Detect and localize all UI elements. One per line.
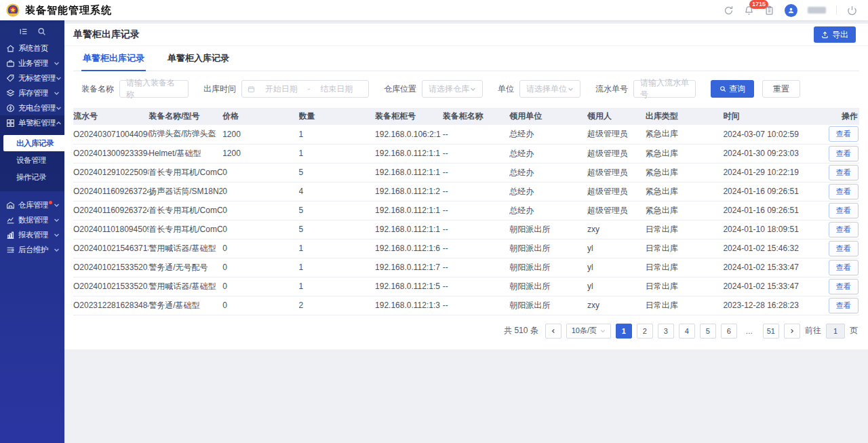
pagination-page-6[interactable]: 6 [721, 324, 737, 339]
sidebar-item-label: 业务管理 [18, 58, 48, 69]
table-cell: 2024-01-02 15:46:32 [723, 239, 828, 258]
view-button[interactable]: 查看 [829, 298, 859, 313]
table-cell: 192.168.0.112:1:1 [375, 163, 443, 182]
table-cell: 紧急出库 [646, 125, 724, 144]
view-button[interactable]: 查看 [829, 184, 859, 199]
bar-chart-icon [6, 231, 15, 239]
collapse-menu-icon[interactable] [19, 27, 28, 36]
serial-number-input[interactable]: 请输入流水单号 [633, 80, 696, 98]
pagination-page-1[interactable]: 1 [616, 324, 632, 339]
table-cell: 警务通/基础型 [149, 296, 222, 315]
pagination-page-3[interactable]: 3 [658, 324, 674, 339]
tab-inbound-records[interactable]: 单警柜入库记录 [166, 52, 231, 71]
export-icon [821, 31, 829, 39]
start-date-placeholder[interactable]: 开始日期 [265, 83, 298, 95]
table-cell: 0 [222, 258, 298, 277]
page-size-select[interactable]: 10条/页 [566, 324, 611, 339]
sidebar-item-no-tag[interactable]: 无标签管理 [0, 71, 64, 85]
sidebar-menu: 系统首页 业务管理 无标签管理 库存管理 [0, 41, 64, 257]
export-button[interactable]: 导出 [814, 26, 856, 43]
sidebar-item-charging[interactable]: 充电台管理 [0, 100, 64, 115]
submenu-item-in-out-records[interactable]: 出入库记录 [3, 135, 64, 151]
table-cell-operation: 查看 [829, 296, 859, 315]
pagination-page-4[interactable]: 4 [679, 324, 695, 339]
filter-bar: 装备名称 请输入装备名称 出库时间 开始日期 - 结束日期 仓库位置 [73, 71, 859, 108]
table-cell: 2024-01-30 09:23:03 [723, 144, 828, 163]
table-cell: 0 [222, 163, 298, 182]
table-cell: 192.168.0.112:1:5 [375, 277, 443, 296]
table-cell: 总经办 [509, 125, 587, 144]
table-cell: O20231228162834845 [73, 296, 149, 315]
search-icon[interactable] [37, 27, 46, 36]
unit-select[interactable]: 请选择单位 [519, 80, 580, 98]
table-cell: 5 [299, 163, 375, 182]
top-header: 装备智能管理系统 1715 [0, 0, 868, 20]
table-cell: 首长专用耳机/ComCom [149, 220, 222, 239]
table-cell-operation: 查看 [829, 239, 859, 258]
table-cell: 2024-01-29 10:22:19 [723, 163, 828, 182]
date-range-picker[interactable]: 开始日期 - 结束日期 [241, 80, 369, 98]
table-cell: 1 [299, 144, 375, 163]
table-body: O20240307100440965防弹头盔/防弹头盔12001192.168.… [73, 125, 859, 315]
sidebar-item-home[interactable]: 系统首页 [0, 41, 64, 56]
view-button[interactable]: 查看 [829, 203, 859, 218]
refresh-icon[interactable] [724, 5, 734, 16]
pagination-page-5[interactable]: 5 [700, 324, 716, 339]
view-button[interactable]: 查看 [829, 241, 859, 256]
submenu-item-operation-records[interactable]: 操作记录 [0, 169, 64, 185]
table-cell: 192.168.0.112:1:7 [375, 258, 443, 277]
table-cell: 192.168.0.112:1:1 [375, 201, 443, 220]
table-cell: -- [443, 258, 510, 277]
view-button[interactable]: 查看 [829, 279, 859, 294]
sidebar-item-police-cabinet[interactable]: 单警柜管理 [0, 115, 64, 130]
notification-bell-icon[interactable]: 1715 [744, 5, 754, 16]
column-header-quantity: 数量 [299, 108, 375, 125]
view-button[interactable]: 查看 [829, 222, 859, 237]
sidebar-item-reports[interactable]: 报表管理 [0, 227, 64, 242]
sidebar-item-maintenance[interactable]: 后台维护 [0, 242, 64, 257]
table-cell: 扬声器话筒/SM18N2 [149, 182, 222, 201]
submenu-item-device-management[interactable]: 设备管理 [0, 152, 64, 168]
table-row: O20240130092333949Helmet/基础型12001192.168… [73, 144, 859, 163]
sidebar-item-label: 仓库管理 [18, 200, 48, 210]
view-button[interactable]: 查看 [829, 260, 859, 275]
equipment-name-input[interactable]: 请输入装备名称 [119, 80, 189, 98]
sidebar-item-label: 报表管理 [18, 230, 48, 240]
pagination-page-2[interactable]: 2 [637, 324, 653, 339]
pagination-prev-button[interactable] [545, 324, 561, 339]
table-cell: 0 [222, 277, 298, 296]
table-cell-operation: 查看 [829, 163, 859, 182]
warehouse-placeholder: 请选择仓库 [429, 83, 469, 95]
sidebar-item-inventory[interactable]: 库存管理 [0, 85, 64, 100]
sidebar-item-label: 充电台管理 [18, 103, 56, 113]
table-cell: 192.168.0.112:1:1 [375, 144, 443, 163]
tab-outbound-records[interactable]: 单警柜出库记录 [81, 52, 146, 71]
table-cell: -- [443, 125, 510, 144]
sidebar-item-business[interactable]: 业务管理 [0, 56, 64, 71]
table-cell-operation: 查看 [829, 144, 859, 163]
pagination-page-51[interactable]: 51 [763, 324, 779, 339]
warehouse-select[interactable]: 请选择仓库 [422, 80, 483, 98]
page-title-bar: 单警柜出库记录 导出 [64, 24, 868, 45]
query-button[interactable]: 查询 [711, 80, 754, 98]
table-cell: 1 [299, 125, 375, 144]
end-date-placeholder[interactable]: 结束日期 [320, 83, 353, 95]
user-avatar[interactable] [785, 4, 797, 17]
table-cell: 2023-12-28 16:28:23 [723, 296, 828, 315]
jump-page-input[interactable] [826, 324, 845, 339]
cabinet-grid-icon [6, 119, 15, 128]
table-cell: 192.168.0.106:2:1 [375, 125, 443, 144]
view-button[interactable]: 查看 [829, 146, 859, 161]
username-redacted[interactable] [808, 7, 826, 14]
pagination-pages: 123456…51 [616, 324, 779, 339]
view-button[interactable]: 查看 [829, 165, 859, 180]
pagination-next-button[interactable] [784, 324, 800, 339]
logout-power-icon[interactable] [847, 5, 857, 16]
clipboard-icon[interactable] [764, 5, 774, 16]
page-title: 单警柜出库记录 [73, 28, 140, 41]
sidebar-item-warehouse[interactable]: 仓库管理 [0, 197, 64, 212]
tab-bar: 单警柜出库记录 单警柜入库记录 [73, 46, 859, 71]
sidebar-item-data[interactable]: 数据管理 [0, 212, 64, 227]
view-button[interactable]: 查看 [829, 126, 859, 142]
reset-button[interactable]: 重置 [762, 80, 800, 98]
